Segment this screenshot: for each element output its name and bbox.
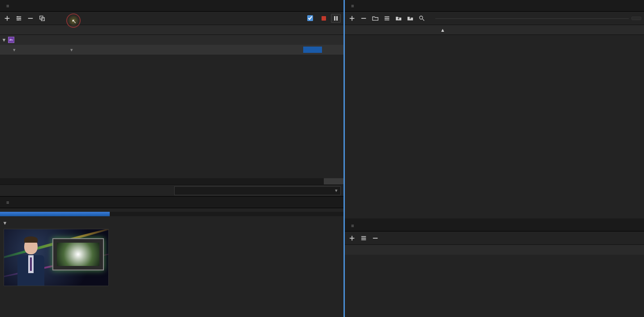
preset-tree[interactable] <box>345 35 644 218</box>
watch-empty[interactable] <box>345 255 644 317</box>
svg-rect-15 <box>385 18 390 19</box>
remove-icon[interactable] <box>26 14 35 23</box>
preset-settings-icon[interactable] <box>382 14 391 23</box>
twirl-down-icon[interactable]: ▼ <box>2 38 6 42</box>
pause-button[interactable] <box>331 14 341 23</box>
apply-preset-button[interactable] <box>631 17 641 20</box>
queue-project-row[interactable]: ▼ Pr <box>0 35 343 45</box>
queue-columns <box>0 25 343 35</box>
queue-scrollbar[interactable] <box>0 178 343 184</box>
svg-rect-23 <box>361 239 366 240</box>
svg-rect-20 <box>350 238 355 239</box>
encoding-source <box>0 208 343 212</box>
format-dropdown-icon[interactable]: ▾ <box>12 47 17 52</box>
watch-columns <box>345 245 644 255</box>
svg-point-17 <box>420 16 423 19</box>
import-preset-icon[interactable] <box>394 14 403 23</box>
twirl-down-icon[interactable]: ▼ <box>3 221 7 225</box>
svg-point-5 <box>17 16 18 17</box>
remove-folder-icon[interactable] <box>371 234 380 243</box>
stop-button[interactable] <box>319 14 328 23</box>
svg-rect-24 <box>373 238 378 239</box>
item-status <box>303 47 343 53</box>
queue-body: ▼ Pr ▾ ▾ <box>0 35 343 184</box>
watch-menu-icon[interactable]: ≡ <box>351 223 354 228</box>
svg-rect-16 <box>385 19 390 20</box>
svg-rect-12 <box>350 18 355 19</box>
svg-point-6 <box>19 17 21 19</box>
output-preview <box>0 226 343 317</box>
svg-rect-21 <box>361 236 366 237</box>
duplicate-icon[interactable] <box>38 14 47 23</box>
preset-toolbar <box>345 12 644 25</box>
item-progress <box>303 47 322 53</box>
preset-dropdown-icon[interactable]: ▾ <box>69 47 74 52</box>
encoding-times <box>0 216 343 220</box>
auto-encode-checkbox[interactable] <box>305 14 317 22</box>
svg-rect-1 <box>5 18 10 19</box>
watch-toolbar <box>345 231 644 245</box>
delete-preset-icon[interactable] <box>359 14 368 23</box>
preview-thumbnail <box>4 229 109 286</box>
output-metadata <box>115 229 146 314</box>
add-folder-icon[interactable] <box>348 234 356 243</box>
watch-settings-icon[interactable] <box>359 234 368 243</box>
svg-line-18 <box>422 18 424 20</box>
chevron-down-icon: ▾ <box>335 188 338 193</box>
svg-rect-8 <box>28 18 33 19</box>
settings-icon[interactable] <box>14 14 23 23</box>
renderer-row: ▾ <box>0 184 343 196</box>
encoding-progress <box>0 212 343 216</box>
preset-menu-icon[interactable]: ≡ <box>351 3 354 9</box>
queue-menu-icon[interactable]: ≡ <box>6 3 9 9</box>
svg-rect-13 <box>361 18 366 19</box>
watch-tab[interactable]: ≡ <box>345 220 644 231</box>
renderer-dropdown[interactable]: ▾ <box>174 186 341 195</box>
preset-tab[interactable]: ≡ <box>345 0 644 12</box>
svg-rect-22 <box>361 238 366 239</box>
col-preset-name[interactable]: ▲ <box>345 27 448 33</box>
premiere-badge-icon: Pr <box>8 37 14 43</box>
output-preview-header[interactable]: ▼ <box>0 220 343 226</box>
preset-columns: ▲ <box>345 25 644 35</box>
encoding-menu-icon[interactable]: ≡ <box>6 200 9 205</box>
sort-asc-icon: ▲ <box>440 27 445 33</box>
svg-point-7 <box>17 19 19 21</box>
new-group-icon[interactable] <box>371 14 380 23</box>
queue-toolbar: ↖ <box>0 12 343 25</box>
add-source-icon[interactable] <box>3 14 12 23</box>
export-preset-icon[interactable] <box>406 14 415 23</box>
queue-item-row[interactable]: ▾ ▾ <box>0 45 343 55</box>
queue-tab[interactable]: ≡ <box>0 0 343 12</box>
search-icon[interactable] <box>417 14 426 23</box>
svg-rect-4 <box>17 19 21 20</box>
new-preset-icon[interactable] <box>348 14 356 23</box>
svg-rect-14 <box>385 16 390 17</box>
encoding-tab[interactable]: ≡ <box>0 197 343 208</box>
